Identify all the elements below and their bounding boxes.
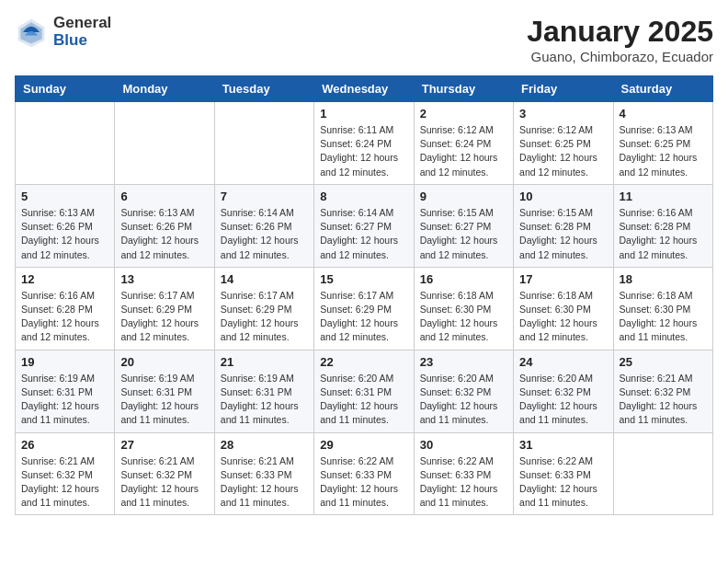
day-number: 24	[519, 355, 607, 369]
calendar-cell: 1Sunrise: 6:11 AM Sunset: 6:24 PM Daylig…	[314, 102, 414, 185]
calendar-cell: 11Sunrise: 6:16 AM Sunset: 6:28 PM Dayli…	[613, 184, 712, 267]
day-info: Sunrise: 6:21 AM Sunset: 6:32 PM Dayligh…	[21, 454, 108, 511]
day-number: 31	[519, 438, 607, 452]
weekday-header-wednesday: Wednesday	[314, 76, 414, 102]
calendar-cell: 24Sunrise: 6:20 AM Sunset: 6:32 PM Dayli…	[514, 350, 613, 432]
calendar-cell	[115, 102, 214, 185]
calendar-cell: 12Sunrise: 6:16 AM Sunset: 6:28 PM Dayli…	[16, 267, 115, 350]
day-info: Sunrise: 6:15 AM Sunset: 6:28 PM Dayligh…	[519, 206, 607, 262]
calendar-cell: 5Sunrise: 6:13 AM Sunset: 6:26 PM Daylig…	[16, 184, 115, 267]
calendar-cell: 31Sunrise: 6:22 AM Sunset: 6:33 PM Dayli…	[514, 432, 613, 515]
weekday-header-friday: Friday	[514, 76, 613, 102]
title-section: January 2025 Guano, Chimborazo, Ecuador	[527, 15, 713, 64]
day-info: Sunrise: 6:17 AM Sunset: 6:29 PM Dayligh…	[221, 289, 308, 345]
calendar-cell: 28Sunrise: 6:21 AM Sunset: 6:33 PM Dayli…	[214, 432, 313, 515]
calendar-cell: 13Sunrise: 6:17 AM Sunset: 6:29 PM Dayli…	[115, 267, 214, 350]
calendar-week-row: 19Sunrise: 6:19 AM Sunset: 6:31 PM Dayli…	[16, 350, 713, 432]
logo-blue: Blue	[53, 32, 111, 50]
calendar-cell: 17Sunrise: 6:18 AM Sunset: 6:30 PM Dayli…	[514, 267, 613, 350]
day-number: 3	[519, 107, 607, 121]
day-number: 12	[21, 272, 108, 286]
day-number: 15	[320, 272, 407, 286]
day-info: Sunrise: 6:13 AM Sunset: 6:26 PM Dayligh…	[120, 206, 208, 262]
calendar-cell	[214, 102, 313, 185]
logo-icon	[15, 16, 48, 49]
day-number: 30	[420, 438, 507, 452]
day-info: Sunrise: 6:18 AM Sunset: 6:30 PM Dayligh…	[420, 289, 507, 345]
day-number: 13	[120, 272, 208, 286]
day-info: Sunrise: 6:22 AM Sunset: 6:33 PM Dayligh…	[420, 454, 507, 511]
day-info: Sunrise: 6:14 AM Sunset: 6:26 PM Dayligh…	[221, 206, 308, 262]
day-info: Sunrise: 6:11 AM Sunset: 6:24 PM Dayligh…	[320, 123, 407, 179]
day-info: Sunrise: 6:19 AM Sunset: 6:31 PM Dayligh…	[221, 372, 308, 428]
calendar-week-row: 12Sunrise: 6:16 AM Sunset: 6:28 PM Dayli…	[16, 267, 713, 350]
calendar-cell: 29Sunrise: 6:22 AM Sunset: 6:33 PM Dayli…	[314, 432, 414, 515]
logo-text: General Blue	[53, 15, 111, 49]
calendar-cell: 23Sunrise: 6:20 AM Sunset: 6:32 PM Dayli…	[414, 350, 513, 432]
day-number: 14	[221, 272, 308, 286]
calendar-cell: 25Sunrise: 6:21 AM Sunset: 6:32 PM Dayli…	[613, 350, 712, 432]
day-info: Sunrise: 6:18 AM Sunset: 6:30 PM Dayligh…	[519, 289, 607, 345]
day-number: 2	[420, 107, 507, 121]
day-number: 10	[519, 190, 607, 203]
day-info: Sunrise: 6:22 AM Sunset: 6:33 PM Dayligh…	[320, 454, 407, 511]
calendar-cell: 7Sunrise: 6:14 AM Sunset: 6:26 PM Daylig…	[214, 184, 313, 267]
calendar-cell	[613, 432, 712, 515]
day-number: 11	[620, 190, 707, 203]
day-number: 4	[620, 107, 707, 121]
calendar-cell	[16, 102, 115, 185]
day-info: Sunrise: 6:13 AM Sunset: 6:25 PM Dayligh…	[620, 123, 707, 179]
day-info: Sunrise: 6:12 AM Sunset: 6:25 PM Dayligh…	[519, 123, 607, 179]
calendar-cell: 20Sunrise: 6:19 AM Sunset: 6:31 PM Dayli…	[115, 350, 214, 432]
calendar-cell: 14Sunrise: 6:17 AM Sunset: 6:29 PM Dayli…	[214, 267, 313, 350]
day-number: 9	[420, 190, 507, 203]
weekday-header-row: SundayMondayTuesdayWednesdayThursdayFrid…	[16, 76, 713, 102]
weekday-header-thursday: Thursday	[414, 76, 513, 102]
page-header: General Blue January 2025 Guano, Chimbor…	[15, 15, 713, 64]
day-number: 8	[320, 190, 407, 203]
day-info: Sunrise: 6:19 AM Sunset: 6:31 PM Dayligh…	[120, 372, 208, 428]
calendar-cell: 15Sunrise: 6:17 AM Sunset: 6:29 PM Dayli…	[314, 267, 414, 350]
calendar-week-row: 26Sunrise: 6:21 AM Sunset: 6:32 PM Dayli…	[16, 432, 713, 515]
location-title: Guano, Chimborazo, Ecuador	[527, 49, 713, 64]
day-number: 5	[21, 190, 108, 203]
day-number: 25	[620, 355, 707, 369]
calendar-cell: 19Sunrise: 6:19 AM Sunset: 6:31 PM Dayli…	[16, 350, 115, 432]
weekday-header-tuesday: Tuesday	[214, 76, 313, 102]
day-number: 23	[420, 355, 507, 369]
day-info: Sunrise: 6:17 AM Sunset: 6:29 PM Dayligh…	[320, 289, 407, 345]
weekday-header-monday: Monday	[115, 76, 214, 102]
calendar-table: SundayMondayTuesdayWednesdayThursdayFrid…	[15, 75, 713, 515]
day-info: Sunrise: 6:12 AM Sunset: 6:24 PM Dayligh…	[420, 123, 507, 179]
day-info: Sunrise: 6:21 AM Sunset: 6:32 PM Dayligh…	[620, 372, 707, 428]
day-info: Sunrise: 6:16 AM Sunset: 6:28 PM Dayligh…	[620, 206, 707, 262]
calendar-cell: 8Sunrise: 6:14 AM Sunset: 6:27 PM Daylig…	[314, 184, 414, 267]
month-title: January 2025	[527, 15, 713, 49]
day-info: Sunrise: 6:19 AM Sunset: 6:31 PM Dayligh…	[21, 372, 108, 428]
day-info: Sunrise: 6:17 AM Sunset: 6:29 PM Dayligh…	[120, 289, 208, 345]
day-number: 26	[21, 438, 108, 452]
day-info: Sunrise: 6:15 AM Sunset: 6:27 PM Dayligh…	[420, 206, 507, 262]
day-number: 6	[120, 190, 208, 203]
calendar-cell: 10Sunrise: 6:15 AM Sunset: 6:28 PM Dayli…	[514, 184, 613, 267]
day-info: Sunrise: 6:16 AM Sunset: 6:28 PM Dayligh…	[21, 289, 108, 345]
weekday-header-sunday: Sunday	[16, 76, 115, 102]
day-info: Sunrise: 6:20 AM Sunset: 6:32 PM Dayligh…	[519, 372, 607, 428]
day-info: Sunrise: 6:22 AM Sunset: 6:33 PM Dayligh…	[519, 454, 607, 511]
day-info: Sunrise: 6:20 AM Sunset: 6:32 PM Dayligh…	[420, 372, 507, 428]
day-info: Sunrise: 6:20 AM Sunset: 6:31 PM Dayligh…	[320, 372, 407, 428]
calendar-cell: 4Sunrise: 6:13 AM Sunset: 6:25 PM Daylig…	[613, 102, 712, 185]
calendar-cell: 30Sunrise: 6:22 AM Sunset: 6:33 PM Dayli…	[414, 432, 513, 515]
day-number: 18	[620, 272, 707, 286]
calendar-cell: 9Sunrise: 6:15 AM Sunset: 6:27 PM Daylig…	[414, 184, 513, 267]
logo: General Blue	[15, 15, 111, 49]
calendar-cell: 22Sunrise: 6:20 AM Sunset: 6:31 PM Dayli…	[314, 350, 414, 432]
day-info: Sunrise: 6:21 AM Sunset: 6:32 PM Dayligh…	[120, 454, 208, 511]
calendar-cell: 6Sunrise: 6:13 AM Sunset: 6:26 PM Daylig…	[115, 184, 214, 267]
day-info: Sunrise: 6:18 AM Sunset: 6:30 PM Dayligh…	[620, 289, 707, 345]
day-info: Sunrise: 6:13 AM Sunset: 6:26 PM Dayligh…	[21, 206, 108, 262]
calendar-cell: 26Sunrise: 6:21 AM Sunset: 6:32 PM Dayli…	[16, 432, 115, 515]
calendar-cell: 3Sunrise: 6:12 AM Sunset: 6:25 PM Daylig…	[514, 102, 613, 185]
calendar-cell: 21Sunrise: 6:19 AM Sunset: 6:31 PM Dayli…	[214, 350, 313, 432]
day-number: 17	[519, 272, 607, 286]
